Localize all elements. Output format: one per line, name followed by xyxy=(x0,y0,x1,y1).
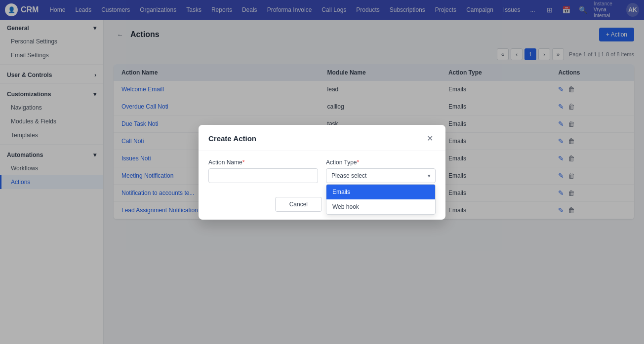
action-type-dropdown: Emails Web hook xyxy=(326,184,436,215)
action-name-required: * xyxy=(242,159,245,166)
cancel-button[interactable]: Cancel xyxy=(275,197,322,212)
dropdown-item-emails[interactable]: Emails xyxy=(326,185,435,199)
modal-close-button[interactable]: ✕ xyxy=(424,133,436,145)
modal-title: Create Action xyxy=(208,134,256,143)
action-type-label: Action Type* xyxy=(326,159,436,166)
create-action-modal: Create Action ✕ Action Name* Action Type… xyxy=(199,125,445,220)
modal-body: Action Name* Action Type* Please select … xyxy=(199,151,445,191)
action-name-group: Action Name* xyxy=(208,159,318,183)
modal-header: Create Action ✕ xyxy=(199,125,445,151)
action-name-label: Action Name* xyxy=(208,159,318,166)
action-type-select-wrapper: Please select Emails Web hook ▾ Emails W… xyxy=(326,168,436,183)
dropdown-item-webhook[interactable]: Web hook xyxy=(326,199,435,214)
action-type-required: * xyxy=(357,159,359,166)
action-type-select[interactable]: Please select Emails Web hook xyxy=(326,168,436,183)
modal-overlay[interactable]: Create Action ✕ Action Name* Action Type… xyxy=(0,0,644,344)
action-name-input[interactable] xyxy=(208,168,318,183)
action-type-group: Action Type* Please select Emails Web ho… xyxy=(326,159,436,183)
modal-form-row: Action Name* Action Type* Please select … xyxy=(208,159,436,183)
